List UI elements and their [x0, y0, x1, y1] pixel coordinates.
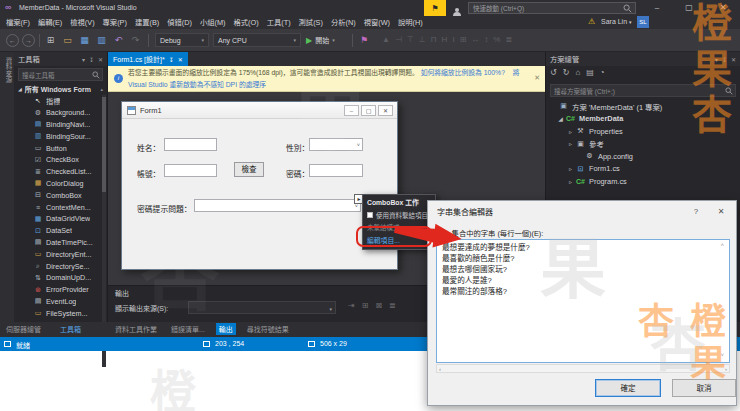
- tab-server-explorer[interactable]: 伺服器總管: [6, 324, 41, 334]
- alignment-tool-icon[interactable]: %: [493, 33, 500, 47]
- minimize-button[interactable]: –: [344, 105, 359, 116]
- toolbox-item[interactable]: ▥ BindingSour...: [14, 130, 102, 142]
- output-tool-icon[interactable]: ⊞: [362, 301, 369, 310]
- scroll-right-icon[interactable]: ›: [725, 365, 727, 373]
- menu-item[interactable]: 分析(N): [331, 17, 356, 27]
- tab-data-tools[interactable]: 資料工具作業: [112, 323, 160, 335]
- sol-pending-icon[interactable]: ◔: [600, 68, 605, 77]
- toolbox-item[interactable]: ▦ DataGridView: [14, 213, 102, 225]
- pin-icon[interactable]: ↧: [169, 56, 174, 63]
- menu-item[interactable]: 視窗(W): [364, 17, 390, 27]
- tree-row[interactable]: ▹ ⚒ Properties: [546, 125, 740, 138]
- menu-item[interactable]: 檔案(F): [6, 17, 30, 27]
- toolbox-item[interactable]: ⊗ ErrorProvider: [14, 284, 102, 296]
- chevron-down-icon[interactable]: ▾: [715, 56, 718, 63]
- password-hint-combobox[interactable]: ˅: [194, 199, 361, 212]
- tab-find-symbol-results[interactable]: 尋找符號結果: [244, 323, 292, 335]
- scroll-up-icon[interactable]: ▴: [100, 86, 103, 92]
- alignment-tool-icon[interactable]: ⊥: [419, 33, 426, 47]
- marker-flag-icon[interactable]: ⚑: [360, 33, 368, 47]
- maximize-button[interactable]: ▢: [361, 105, 376, 116]
- avatar[interactable]: SL: [637, 16, 649, 28]
- name-input[interactable]: [164, 138, 217, 151]
- tab-error-list[interactable]: 錯誤清單...: [168, 323, 208, 335]
- gender-combobox[interactable]: ˅: [309, 138, 363, 151]
- toolbox-item[interactable]: ▭ DirectoryEnt...: [14, 248, 102, 260]
- quick-launch-input[interactable]: 快速啟動 (Ctrl+Q): [468, 2, 636, 14]
- minimize-button[interactable]: –: [646, 1, 668, 14]
- scroll-up-icon[interactable]: ˄: [720, 242, 724, 248]
- tree-row[interactable]: ▣ 方案 'MemberData' (1 專案): [546, 100, 740, 113]
- restore-button[interactable]: ▢: [678, 1, 700, 14]
- solution-search-input[interactable]: 搜尋方案總管 (Ctrl+;): [550, 84, 736, 97]
- toolbox-item[interactable]: ⇅ DomainUpD...: [14, 272, 102, 284]
- help-button[interactable]: ?: [688, 205, 704, 219]
- pin-icon[interactable]: ↧: [722, 56, 727, 63]
- save-icon[interactable]: ▦: [78, 33, 91, 47]
- tree-row[interactable]: ▹ ▣ 參考: [546, 138, 740, 151]
- nav-back-button[interactable]: ←: [6, 34, 19, 47]
- cancel-button[interactable]: 取消: [672, 379, 736, 397]
- output-tool-icon[interactable]: ⊠: [375, 301, 382, 310]
- menu-item[interactable]: 小組(M): [200, 17, 226, 27]
- close-icon[interactable]: ✕: [534, 74, 540, 82]
- menu-item[interactable]: 檢視(V): [70, 17, 94, 27]
- toolbox-item[interactable]: ▭ Button: [14, 142, 102, 154]
- expander-icon[interactable]: ◢: [556, 115, 565, 122]
- scale-help-link[interactable]: 如何將縮放比例設為 100%?: [421, 69, 505, 76]
- output-tool-icon[interactable]: ⇥: [348, 301, 355, 310]
- alignment-tool-icon[interactable]: ↔: [471, 33, 479, 47]
- toolbox-item[interactable]: ☑ CheckBox: [14, 154, 102, 166]
- tree-row[interactable]: ◢ C# MemberData: [546, 113, 740, 126]
- tree-row[interactable]: ▹ ⊡ Form1.cs: [546, 163, 740, 176]
- expander-icon[interactable]: ▹: [566, 165, 575, 172]
- toolbox-item[interactable]: ▤ BindingNavi...: [14, 119, 102, 131]
- menu-item[interactable]: 格式(O): [234, 17, 259, 27]
- toolbox-item[interactable]: ≡ ContextMen...: [14, 201, 102, 213]
- scrollbar-thumb[interactable]: [102, 97, 106, 192]
- tree-row[interactable]: ▹ C# Program.cs: [546, 175, 740, 188]
- designer-form-window[interactable]: Form1 – ▢ ✕ 姓名： 性別： ˅ 帳號： 檢查 密碼： 密碼提示問題：…: [121, 101, 398, 270]
- alignment-tool-icon[interactable]: ⊤: [407, 33, 414, 47]
- toolbox-item[interactable]: ▭ FileSystem...: [14, 307, 102, 319]
- scroll-left-icon[interactable]: ‹: [439, 365, 441, 373]
- checkbox-icon[interactable]: [367, 212, 373, 218]
- expander-icon[interactable]: ▹: [566, 140, 575, 147]
- alignment-tool-icon[interactable]: ▲: [382, 33, 390, 47]
- toolbox-category-all-windows-forms[interactable]: ◢ 所有 Windows Form ▴: [14, 83, 107, 94]
- tab-toolbox[interactable]: 工具箱: [60, 324, 81, 334]
- menu-item[interactable]: 說明(H): [398, 17, 423, 27]
- close-button[interactable]: ✕: [378, 105, 393, 116]
- data-sources-vertical-tab[interactable]: 資料來源: [3, 57, 13, 83]
- tab-form1-design[interactable]: Form1.cs [設計]* ↧ ✕: [108, 52, 188, 66]
- toolbox-item[interactable]: ▦ ColorDialog: [14, 178, 102, 190]
- sol-forward-icon[interactable]: ↻: [563, 68, 570, 77]
- toolbox-item[interactable]: ⚙ Background...: [14, 107, 102, 119]
- save-all-icon[interactable]: ▥: [95, 33, 108, 47]
- menu-item[interactable]: 測試(S): [299, 17, 323, 27]
- platform-dropdown[interactable]: Any CPU▾: [213, 33, 301, 47]
- sol-back-icon[interactable]: ↺: [550, 68, 557, 77]
- menu-item[interactable]: 工具(T): [267, 17, 291, 27]
- toolbox-item[interactable]: ≣ CheckedList...: [14, 166, 102, 178]
- close-icon[interactable]: ✕: [731, 56, 736, 63]
- open-folder-icon[interactable]: ▭: [61, 33, 74, 47]
- debug-config-dropdown[interactable]: Debug▾: [155, 33, 209, 47]
- alignment-tool-icon[interactable]: H: [442, 33, 448, 47]
- tab-output[interactable]: 輸出: [216, 323, 236, 335]
- alignment-tool-icon[interactable]: ⊣: [395, 33, 402, 47]
- toolbox-item[interactable]: ⊡ DataSet: [14, 225, 102, 237]
- sol-files-icon[interactable]: ▤: [586, 68, 594, 77]
- user-menu[interactable]: Sara Lin ▾: [601, 18, 632, 25]
- toolbox-item[interactable]: ⌕ DirectorySe...: [14, 260, 102, 272]
- menu-item[interactable]: 編輯(E): [38, 17, 62, 27]
- output-source-dropdown[interactable]: ▾: [188, 301, 336, 314]
- alignment-tool-icon[interactable]: ≣: [505, 33, 512, 47]
- tree-row[interactable]: ⚙ App.config: [546, 150, 740, 163]
- account-input[interactable]: [164, 164, 217, 177]
- alignment-tool-icon[interactable]: Π: [431, 33, 437, 47]
- close-button[interactable]: ✕: [712, 1, 734, 14]
- sol-home-icon[interactable]: ⌂: [575, 68, 580, 77]
- start-debug-button[interactable]: ▶ 開始 ▾: [306, 33, 335, 47]
- password-input[interactable]: [309, 164, 363, 177]
